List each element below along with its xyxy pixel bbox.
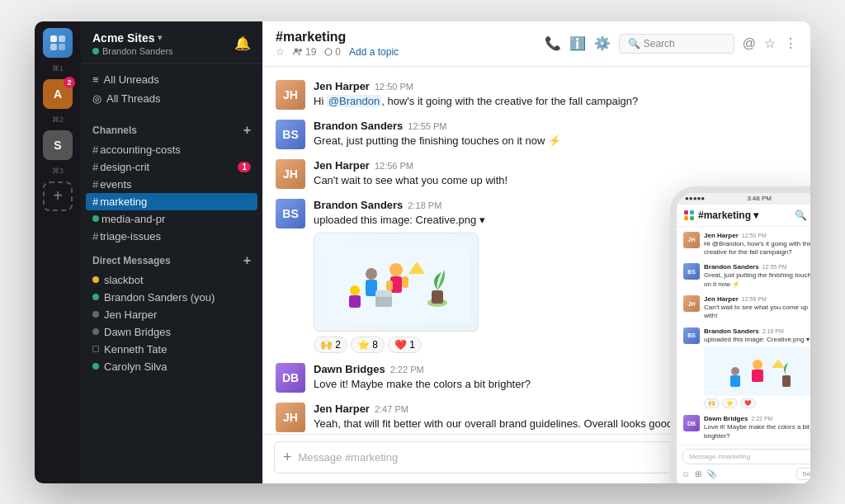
jen-status-dot [92, 311, 99, 318]
bell-icon[interactable]: 🔔 [234, 35, 251, 51]
more-icon[interactable]: ⋮ [784, 35, 797, 51]
channels-section-header: Channels + [81, 115, 262, 141]
message-text: Can't wait to see what you come up with! [314, 173, 797, 188]
message-time: 2:22 PM [390, 365, 424, 374]
star-header-icon[interactable]: ☆ [764, 35, 776, 51]
phone-msg-text: Great, just putting the finishing touche… [704, 271, 810, 289]
svg-point-14 [366, 268, 377, 280]
phone-input-icons: ☺ ⊞ 📎 [682, 469, 716, 478]
add-channel-button[interactable]: + [243, 123, 251, 138]
brandon-status-dot [92, 294, 99, 300]
message-author: Dawn Bridges [314, 363, 385, 375]
message-group: BS Brandon Sanders 12:55 PM Great, just … [276, 116, 797, 153]
pins-count: 0 [324, 46, 341, 58]
sidebar-item-all-threads[interactable]: ◎ All Threads [81, 89, 262, 108]
workspace-icon-1[interactable] [43, 28, 73, 58]
phone-message: BS Brandon Sanders 2:18 PM uploaded this… [683, 327, 810, 408]
add-topic-link[interactable]: Add a topic [349, 46, 399, 58]
reaction-clap[interactable]: 🙌 2 [314, 337, 347, 353]
svg-rect-27 [752, 370, 763, 382]
phone-icon[interactable]: 📞 [545, 35, 561, 51]
dm-item-carolyn[interactable]: Carolyn Silva [81, 358, 262, 375]
star-icon[interactable]: ☆ [276, 46, 285, 58]
phone-image-icon[interactable]: ⊞ [695, 469, 701, 478]
phone-msg-content: Jen Harper 12:50 PM Hi @Brandon, how's i… [704, 232, 810, 257]
sidebar-header: Acme Sites ▾ Brandon Sanders 🔔 [81, 21, 262, 64]
channel-item-triage[interactable]: #triage-issues [81, 228, 262, 245]
svg-rect-12 [386, 280, 393, 290]
add-workspace-button[interactable]: + [43, 181, 73, 211]
channel-item-marketing[interactable]: #marketing [86, 193, 257, 210]
add-dm-button[interactable]: + [243, 253, 251, 268]
phone-avatar: JH [683, 232, 700, 248]
phone-avatar: DB [683, 415, 700, 431]
message-time: 12:50 PM [375, 82, 413, 92]
dm-item-slackbot[interactable]: slackbot [81, 271, 262, 289]
svg-point-10 [389, 263, 403, 276]
search-box[interactable]: 🔍 Search [619, 34, 734, 54]
svg-point-30 [731, 367, 739, 375]
dm-item-brandon[interactable]: Brandon Sanders (you) [81, 289, 262, 306]
dm-item-kenneth[interactable]: Kenneth Tate [81, 341, 262, 358]
at-icon[interactable]: @ [743, 36, 756, 51]
header-actions: 📞 ℹ️ ⚙️ 🔍 Search @ ☆ ⋮ [545, 34, 797, 54]
mention: @Brandon [327, 95, 381, 107]
reaction-star[interactable]: ⭐ 8 [351, 337, 385, 353]
user-status: Brandon Sanders [92, 46, 173, 56]
dm-item-dawn[interactable]: Dawn Bridges [81, 323, 262, 341]
channel-item-events[interactable]: #events [81, 176, 262, 193]
svg-rect-22 [690, 210, 694, 214]
phone-reaction[interactable]: ❤️ [740, 398, 756, 408]
phone-notch: ●●●●● 3:48 PM ▬ [677, 193, 810, 205]
svg-rect-15 [366, 280, 377, 296]
reaction-heart[interactable]: ❤️ 1 [388, 337, 422, 353]
carolyn-status-dot [92, 363, 99, 370]
phone-time: 3:48 PM [747, 195, 772, 202]
svg-rect-13 [402, 276, 408, 288]
phone-header: #marketing ▾ 🔍 ⋮ [677, 205, 810, 227]
phone-reaction[interactable]: ⭐ [722, 398, 738, 408]
phone-input-area: Message #marketing ☺ ⊞ 📎 Send [677, 445, 810, 483]
workspace-icon-2[interactable]: A 2 [43, 79, 73, 109]
phone-msg-text: Love it! Maybe make the colors a bit bri… [704, 423, 810, 440]
phone-send-button[interactable]: Send [796, 468, 810, 480]
phone-msg-header: Brandon Sanders 2:18 PM [704, 327, 810, 335]
message-header: Jen Harper 12:56 PM [314, 159, 797, 172]
svg-rect-29 [782, 375, 791, 387]
ws3-label: S [54, 139, 61, 152]
info-icon[interactable]: ℹ️ [569, 35, 586, 51]
channel-item-design-crit[interactable]: #design-crit 1 [81, 158, 262, 176]
phone-upload-label: uploaded this image: Creative.png ▾ [704, 336, 810, 344]
svg-point-6 [325, 49, 332, 55]
dm-section-header: Direct Messages + [81, 245, 262, 271]
svg-rect-9 [432, 290, 443, 304]
sidebar-item-all-unreads[interactable]: ≡ All Unreads [81, 70, 262, 89]
phone-message: DB Dawn Bridges 2:22 PM Love it! Maybe m… [683, 415, 810, 440]
workspace-name[interactable]: Acme Sites ▾ [92, 31, 173, 45]
phone-message-input[interactable]: Message #marketing [682, 449, 810, 464]
settings-icon[interactable]: ⚙️ [594, 35, 611, 51]
avatar: BS [276, 199, 305, 228]
phone-chevron-icon: ▾ [753, 210, 758, 221]
phone-avatar: BS [683, 327, 700, 344]
channel-item-media-pr[interactable]: media-and-pr [81, 210, 262, 228]
attach-button[interactable]: + [283, 449, 292, 466]
phone-search-icon[interactable]: 🔍 [795, 210, 807, 221]
svg-rect-31 [730, 375, 740, 387]
dm-item-jen[interactable]: Jen Harper [81, 306, 262, 323]
phone-msg-header: Jen Harper 12:50 PM [704, 232, 810, 239]
slack-logo-icon [683, 210, 695, 221]
phone-screen: #marketing ▾ 🔍 ⋮ JH Jen Harper 12:50 PM [677, 205, 810, 483]
workspace-icon-3[interactable]: S [43, 130, 73, 160]
message-author: Jen Harper [314, 403, 370, 415]
channel-title: #marketing [276, 30, 399, 45]
dawn-status-dot [92, 328, 99, 335]
phone-header-icons: 🔍 ⋮ [795, 210, 810, 221]
phone-attach-icon[interactable]: 📎 [706, 469, 716, 478]
phone-reactions: 🙌 ⭐ ❤️ [704, 398, 810, 408]
phone-reaction[interactable]: 🙌 [704, 398, 720, 408]
channel-item-accounting[interactable]: #accounting-costs [81, 141, 262, 158]
ws1-shortcut: ⌘1 [52, 64, 64, 73]
message-group: JH Jen Harper 12:50 PM Hi @Brandon, how'… [276, 77, 797, 113]
phone-emoji-icon[interactable]: ☺ [682, 469, 690, 478]
